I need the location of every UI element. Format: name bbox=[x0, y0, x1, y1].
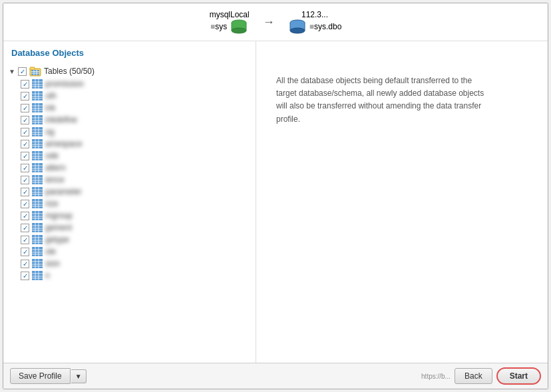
list-item[interactable]: mgroup bbox=[21, 210, 250, 222]
list-item[interactable]: promission bbox=[21, 78, 250, 90]
svg-rect-11 bbox=[30, 67, 35, 70]
item-checkbox[interactable] bbox=[21, 248, 29, 256]
table-icon bbox=[32, 247, 43, 256]
list-item[interactable]: amespace bbox=[21, 138, 250, 150]
item-label: getype bbox=[45, 235, 69, 244]
save-profile-dropdown-button[interactable]: ▼ bbox=[71, 369, 87, 383]
source-schema: ■sys bbox=[210, 22, 227, 31]
item-checkbox[interactable] bbox=[21, 80, 29, 89]
table-icon bbox=[32, 211, 43, 220]
table-icon bbox=[32, 79, 43, 89]
item-checkbox[interactable] bbox=[21, 272, 29, 280]
svg-rect-29 bbox=[32, 103, 43, 112]
item-checkbox[interactable] bbox=[21, 164, 29, 172]
list-item[interactable]: ole bbox=[21, 246, 250, 258]
table-icon bbox=[32, 127, 43, 136]
item-label: n bbox=[45, 271, 50, 280]
tree-children: promission uth ink bbox=[9, 78, 250, 282]
item-label: sion bbox=[45, 259, 60, 268]
svg-rect-107 bbox=[32, 259, 43, 268]
list-item[interactable]: ience bbox=[21, 174, 250, 186]
item-label: inkdefine bbox=[45, 115, 77, 124]
list-item[interactable]: ode bbox=[21, 150, 250, 162]
item-checkbox[interactable] bbox=[21, 140, 29, 148]
svg-rect-77 bbox=[32, 199, 43, 208]
table-icon bbox=[32, 235, 43, 244]
start-button[interactable]: Start bbox=[496, 367, 541, 385]
item-label: ience bbox=[45, 175, 65, 184]
item-checkbox[interactable] bbox=[21, 176, 29, 184]
root-checkbox[interactable] bbox=[18, 67, 27, 76]
svg-rect-41 bbox=[32, 127, 43, 136]
item-checkbox[interactable] bbox=[21, 104, 29, 112]
svg-rect-53 bbox=[32, 151, 43, 160]
left-panel: Database Objects ▼ bbox=[3, 41, 256, 363]
table-icon bbox=[32, 91, 43, 100]
info-description: All the database objects being default t… bbox=[276, 75, 489, 126]
transfer-arrow-icon: → bbox=[263, 15, 275, 29]
tree-root-item[interactable]: ▼ Tables (50/50) bbox=[9, 65, 250, 78]
table-icon bbox=[32, 271, 43, 280]
list-item[interactable]: inkdefine bbox=[21, 114, 250, 126]
item-label: promission bbox=[45, 79, 84, 89]
list-item[interactable]: attern bbox=[21, 162, 250, 174]
item-checkbox[interactable] bbox=[21, 92, 29, 100]
item-label: parameter bbox=[45, 187, 82, 196]
item-label: ode bbox=[45, 151, 59, 160]
svg-rect-71 bbox=[32, 187, 43, 196]
svg-rect-17 bbox=[32, 79, 43, 89]
list-item[interactable]: ink bbox=[21, 102, 250, 114]
svg-rect-113 bbox=[32, 271, 43, 280]
list-item[interactable]: rize bbox=[21, 198, 250, 210]
item-checkbox[interactable] bbox=[21, 116, 29, 124]
table-icon bbox=[32, 103, 43, 112]
svg-rect-35 bbox=[32, 115, 43, 124]
item-checkbox[interactable] bbox=[21, 260, 29, 268]
source-name: mysqlLocal bbox=[210, 10, 250, 19]
item-label: amespace bbox=[45, 139, 82, 148]
tables-folder-icon bbox=[29, 66, 41, 77]
item-checkbox[interactable] bbox=[21, 212, 29, 220]
svg-point-7 bbox=[290, 28, 305, 33]
list-item[interactable]: parameter bbox=[21, 186, 250, 198]
list-item[interactable]: n bbox=[21, 270, 250, 282]
back-button[interactable]: Back bbox=[455, 368, 492, 384]
item-label: gement bbox=[45, 223, 72, 232]
root-label: Tables (50/50) bbox=[44, 67, 94, 76]
table-icon bbox=[32, 139, 43, 148]
list-item[interactable]: og bbox=[21, 126, 250, 138]
table-icon bbox=[32, 199, 43, 208]
footer: Save Profile ▼ https://b... Back Start bbox=[3, 363, 548, 389]
target-db-icon bbox=[288, 19, 307, 34]
tree-container[interactable]: ▼ Tables (50/50) bbox=[3, 62, 256, 363]
tree-root: ▼ Tables (50/50) bbox=[9, 65, 250, 282]
item-label: attern bbox=[45, 163, 66, 172]
item-checkbox[interactable] bbox=[21, 188, 29, 196]
list-item[interactable]: uth bbox=[21, 90, 250, 102]
item-checkbox[interactable] bbox=[21, 200, 29, 208]
save-profile-button[interactable]: Save Profile bbox=[10, 368, 71, 384]
svg-rect-47 bbox=[32, 139, 43, 148]
table-icon bbox=[32, 115, 43, 124]
svg-rect-65 bbox=[32, 175, 43, 184]
item-checkbox[interactable] bbox=[21, 236, 29, 244]
collapse-icon: ▼ bbox=[9, 68, 15, 75]
item-checkbox[interactable] bbox=[21, 152, 29, 160]
table-icon bbox=[32, 163, 43, 172]
svg-rect-12 bbox=[31, 70, 39, 75]
item-checkbox[interactable] bbox=[21, 128, 29, 136]
item-checkbox[interactable] bbox=[21, 224, 29, 232]
section-title: Database Objects bbox=[3, 41, 256, 62]
table-icon bbox=[32, 175, 43, 184]
header-area: mysqlLocal ■sys → 112.3... bbox=[3, 3, 548, 41]
list-item[interactable]: gement bbox=[21, 222, 250, 234]
footer-left: Save Profile ▼ bbox=[10, 368, 87, 384]
table-icon bbox=[32, 151, 43, 160]
svg-rect-59 bbox=[32, 163, 43, 172]
list-item[interactable]: getype bbox=[21, 234, 250, 246]
item-label: uth bbox=[45, 91, 57, 100]
footer-url: https://b... bbox=[421, 373, 451, 380]
item-label: rize bbox=[45, 199, 58, 208]
list-item[interactable]: sion bbox=[21, 258, 250, 270]
table-icon bbox=[32, 259, 43, 268]
